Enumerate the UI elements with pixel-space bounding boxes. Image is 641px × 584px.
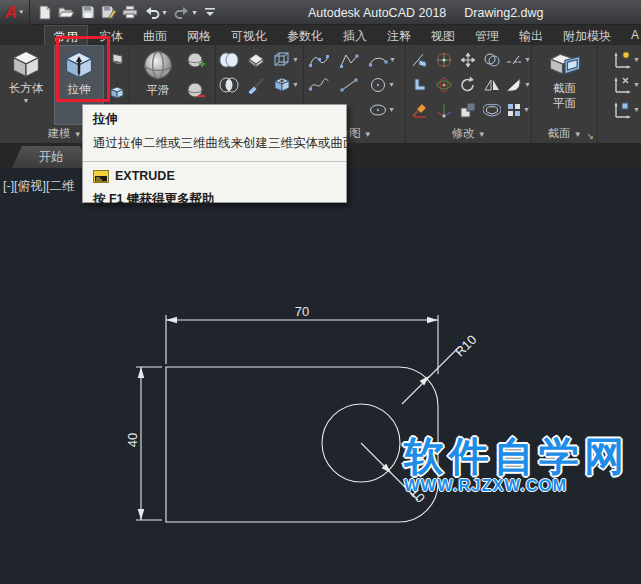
spline-fit-button[interactable] bbox=[308, 77, 330, 93]
save-as-icon bbox=[101, 5, 116, 19]
ucs-x-button[interactable]: ▼ bbox=[612, 76, 640, 94]
panel-label-section[interactable]: 截面 ▼↘ bbox=[532, 125, 597, 143]
rotate-button[interactable] bbox=[459, 76, 477, 94]
tab-mesh[interactable]: 网格 bbox=[178, 25, 220, 45]
intersect-icon bbox=[219, 77, 239, 93]
plot-button[interactable] bbox=[122, 5, 138, 19]
chevron-down-icon: ▼ bbox=[524, 56, 531, 63]
circle-button[interactable]: ▼ bbox=[369, 77, 395, 93]
document-title: Drawing2.dwg bbox=[464, 6, 543, 20]
customize-qat-button[interactable] bbox=[204, 6, 216, 18]
tab-annotate[interactable]: 注释 bbox=[378, 25, 420, 45]
brush-icon bbox=[411, 102, 429, 118]
dim-width-text[interactable]: 70 bbox=[295, 304, 309, 319]
move-button[interactable] bbox=[459, 51, 477, 69]
quick-access-toolbar: ▼ ▼ bbox=[38, 5, 216, 20]
window-title: Autodesk AutoCAD 2018 Drawing2.dwg bbox=[308, 0, 544, 25]
sweep-button[interactable] bbox=[108, 51, 128, 75]
erase-button[interactable]: ▼ bbox=[505, 54, 531, 66]
mirror-button[interactable] bbox=[483, 77, 501, 93]
union-button[interactable] bbox=[219, 52, 239, 68]
save-as-button[interactable] bbox=[101, 5, 116, 19]
fillet-icon bbox=[505, 77, 523, 93]
tab-surface[interactable]: 曲面 bbox=[134, 25, 176, 45]
open-folder-icon bbox=[58, 5, 75, 19]
open-file-button[interactable] bbox=[58, 5, 75, 19]
part-outline[interactable] bbox=[166, 367, 438, 522]
fillet-button[interactable]: ▼ bbox=[505, 77, 531, 93]
redo-button[interactable]: ▼ bbox=[174, 6, 198, 19]
chevron-down-icon: ▼ bbox=[523, 106, 530, 113]
radius-fillet-text[interactable]: R10 bbox=[452, 332, 479, 359]
offset-button[interactable] bbox=[483, 102, 501, 118]
app-menu-button[interactable]: A ▼ bbox=[0, 0, 30, 25]
printer-icon bbox=[122, 5, 138, 19]
intersect-button[interactable] bbox=[219, 77, 239, 93]
tab-output[interactable]: 输出 bbox=[510, 25, 552, 45]
tab-view[interactable]: 视图 bbox=[422, 25, 464, 45]
box-icon bbox=[11, 49, 41, 79]
section-plane-button[interactable]: 截面 平面 bbox=[535, 45, 595, 125]
panel-label-modify[interactable]: 修改 ▼ bbox=[406, 125, 531, 143]
chevron-down-icon: ▼ bbox=[633, 106, 640, 113]
undo-button[interactable]: ▼ bbox=[144, 6, 168, 19]
toolbar-menu-icon bbox=[204, 6, 216, 18]
tab-addins[interactable]: 附加模块 bbox=[554, 25, 620, 45]
save-button[interactable] bbox=[81, 5, 95, 19]
copy-icon bbox=[483, 52, 501, 68]
ucs-named-button[interactable]: ▼ bbox=[612, 101, 640, 119]
ucs-world-button[interactable]: ▼ bbox=[612, 51, 640, 69]
extrude-face-button[interactable] bbox=[412, 77, 428, 93]
tab-parametric[interactable]: 参数化 bbox=[278, 25, 332, 45]
smooth-more-button[interactable] bbox=[186, 51, 206, 75]
presspull-icon bbox=[108, 81, 128, 101]
copy-button[interactable] bbox=[483, 52, 501, 68]
redo-arrow-icon bbox=[174, 6, 190, 19]
sweep-icon bbox=[108, 51, 128, 71]
array-icon bbox=[506, 102, 522, 118]
extract-edges-button[interactable]: ▼ bbox=[273, 76, 299, 94]
save-icon bbox=[81, 5, 95, 19]
drawing-canvas[interactable]: [-][俯视][二维 bbox=[0, 168, 641, 584]
spline-cv-button[interactable] bbox=[308, 52, 330, 68]
tab-a360[interactable]: A bbox=[622, 25, 641, 45]
rotate3d-button[interactable] bbox=[435, 76, 453, 94]
tab-visualize[interactable]: 可视化 bbox=[222, 25, 276, 45]
slideout-arrow-icon[interactable]: ↘ bbox=[586, 132, 594, 141]
smooth-less-button[interactable] bbox=[186, 81, 206, 105]
dim70-arrow-right bbox=[427, 317, 438, 324]
tab-manage[interactable]: 管理 bbox=[466, 25, 508, 45]
explode-button[interactable] bbox=[411, 102, 429, 118]
polyline-button[interactable] bbox=[339, 52, 359, 68]
chevron-down-icon: ▼ bbox=[524, 81, 531, 88]
presspull-button[interactable] bbox=[108, 81, 128, 105]
ellipse-icon bbox=[369, 103, 387, 117]
scale-button[interactable] bbox=[459, 102, 477, 118]
line-icon bbox=[339, 77, 359, 93]
offset-icon bbox=[483, 102, 501, 118]
spline-fit-icon bbox=[308, 77, 330, 93]
subtract-button[interactable] bbox=[246, 51, 266, 69]
line-button[interactable] bbox=[339, 77, 359, 93]
array-button[interactable]: ▼ bbox=[506, 102, 530, 118]
arc-button[interactable]: ▼ bbox=[368, 52, 396, 68]
chevron-down-icon: ▼ bbox=[389, 56, 396, 63]
chevron-down-icon: ▼ bbox=[364, 130, 372, 139]
chevron-down-icon: ▼ bbox=[74, 130, 82, 139]
dim-height-text[interactable]: 40 bbox=[125, 433, 140, 447]
slice-button[interactable] bbox=[411, 52, 429, 68]
scale-icon bbox=[459, 102, 477, 118]
tab-insert[interactable]: 插入 bbox=[334, 25, 376, 45]
autocad-window: A ▼ ▼ ▼ bbox=[0, 0, 641, 584]
fillet-edge-button[interactable] bbox=[246, 76, 266, 94]
new-file-button[interactable] bbox=[38, 5, 52, 20]
ellipse-button[interactable]: ▼ bbox=[369, 103, 395, 117]
slice-cube-button[interactable]: ▼ bbox=[273, 51, 299, 69]
align-button[interactable] bbox=[435, 101, 453, 119]
chevron-down-icon: ▼ bbox=[478, 130, 486, 139]
union-icon bbox=[219, 52, 239, 68]
gizmo-button[interactable] bbox=[435, 51, 453, 69]
file-tab-start[interactable]: 开始 bbox=[12, 146, 90, 168]
move-icon bbox=[459, 51, 477, 69]
box-button[interactable]: 长方体 ▼ bbox=[2, 45, 50, 125]
